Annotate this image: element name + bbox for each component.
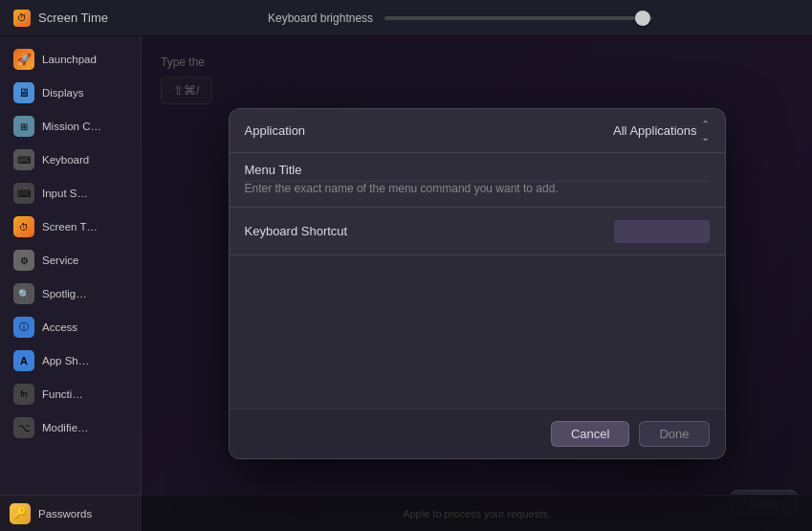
application-label: Application [245, 123, 614, 138]
application-value: All Applications [613, 123, 696, 138]
done-button[interactable]: Done [639, 421, 709, 447]
menu-title-header: Menu Title [230, 153, 725, 181]
sidebar-item-launchpad[interactable]: 🚀 Launchpad [4, 43, 137, 76]
sidebar-label: Keyboard [42, 154, 89, 166]
app-title: Screen Time [38, 11, 108, 25]
keyboard-shortcut-label: Keyboard Shortcut [245, 224, 614, 238]
slider-thumb [635, 11, 650, 26]
sidebar-label: Spotlig… [42, 288, 87, 299]
cancel-button[interactable]: Cancel [551, 421, 629, 447]
services-icon: ⚙ [13, 250, 34, 271]
kb-brightness-label: Keyboard brightness [268, 11, 373, 25]
title-bar: Screen Time Keyboard brightness [0, 0, 812, 36]
modal-spacer [230, 255, 725, 409]
title-bar-left: Screen Time [0, 10, 249, 27]
sidebar-label: Functi… [42, 388, 83, 400]
keyboard-icon: ⌨ [13, 149, 34, 170]
sidebar-label: Mission C… [42, 121, 101, 132]
modal-body: Application All Applications ⌃⌄ Menu Tit… [230, 109, 725, 458]
sidebar-item-displays[interactable]: 🖥 Displays [4, 77, 137, 109]
passwords-label: Passwords [38, 508, 92, 520]
sidebar-item-spotlight[interactable]: 🔍 Spotlig… [4, 277, 137, 310]
launchpad-icon: 🚀 [13, 49, 34, 70]
spotlight-icon: 🔍 [13, 283, 34, 304]
main-content: 🚀 Launchpad 🖥 Displays ⊞ Mission C… ⌨ Ke… [0, 36, 812, 531]
sidebar-item-input-sources[interactable]: ⌨ Input S… [4, 177, 137, 210]
screen-time-sidebar-icon: ⏱ [13, 216, 34, 237]
sidebar: 🚀 Launchpad 🖥 Displays ⊞ Mission C… ⌨ Ke… [0, 36, 142, 531]
sidebar-item-screen-time[interactable]: ⏱ Screen T… [4, 210, 137, 243]
passwords-icon: 🔑 [10, 503, 31, 524]
right-panel: Type the ⇧⌘/ Done Application All Applic… [142, 36, 812, 531]
sidebar-item-modifier-keys[interactable]: ⌥ Modifie… [4, 411, 137, 444]
sidebar-item-services[interactable]: ⚙ Service [4, 244, 137, 277]
modal-dialog: Application All Applications ⌃⌄ Menu Tit… [229, 108, 726, 459]
sidebar-label: Input S… [42, 188, 88, 199]
chevron-up-down-icon: ⌃⌄ [701, 119, 710, 144]
menu-title-hint: Enter the exact name of the menu command… [230, 182, 725, 207]
input-sources-icon: ⌨ [13, 183, 34, 204]
sidebar-label: Service [42, 254, 78, 266]
sidebar-item-function-keys[interactable]: fn Functi… [4, 378, 137, 410]
application-row[interactable]: Application All Applications ⌃⌄ [230, 109, 725, 153]
sidebar-label: Launchpad [42, 54, 97, 65]
sidebar-label: Access [42, 321, 77, 333]
sidebar-label: Screen T… [42, 221, 98, 232]
sidebar-label: Displays [42, 87, 83, 99]
brightness-slider[interactable] [384, 16, 652, 20]
application-dropdown[interactable]: All Applications ⌃⌄ [613, 119, 709, 144]
keyboard-shortcut-row: Keyboard Shortcut [230, 208, 725, 255]
sidebar-item-passwords[interactable]: 🔑 Passwords [0, 495, 142, 531]
title-bar-right: Keyboard brightness [249, 11, 812, 25]
app-shortcuts-icon: A [13, 350, 34, 371]
sidebar-item-app-shortcuts[interactable]: A App Sh… [4, 344, 137, 377]
sidebar-item-accessibility[interactable]: ⓘ Access [4, 311, 137, 343]
mission-control-icon: ⊞ [13, 116, 34, 137]
keyboard-shortcut-input[interactable] [614, 220, 710, 243]
function-keys-icon: fn [13, 384, 34, 405]
modal-backdrop: Application All Applications ⌃⌄ Menu Tit… [142, 36, 812, 531]
modal-footer: Cancel Done [230, 409, 725, 458]
sidebar-label: App Sh… [42, 355, 89, 366]
sidebar-item-keyboard[interactable]: ⌨ Keyboard [4, 144, 137, 176]
screen-time-icon [13, 10, 31, 27]
displays-icon: 🖥 [13, 82, 34, 103]
menu-title-section: Menu Title Enter the exact name of the m… [230, 153, 725, 208]
accessibility-icon: ⓘ [13, 317, 34, 338]
sidebar-item-mission-control[interactable]: ⊞ Mission C… [4, 110, 137, 143]
sidebar-label: Modifie… [42, 422, 89, 433]
modifier-keys-icon: ⌥ [13, 417, 34, 438]
